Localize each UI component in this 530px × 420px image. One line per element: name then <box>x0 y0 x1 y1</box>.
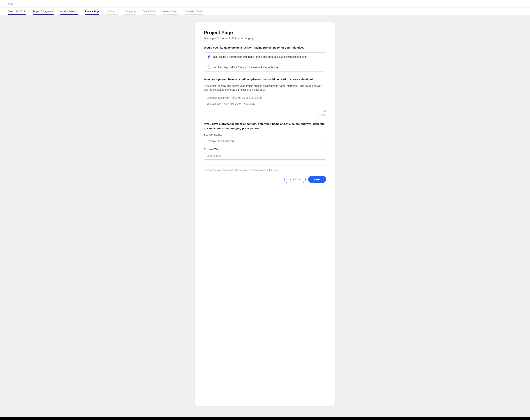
char-count: 0 / 1000 <box>204 113 326 116</box>
radio-yes-input[interactable] <box>207 55 210 58</box>
tab-line-project-background <box>33 14 54 15</box>
quit-label: Quit <box>8 2 14 5</box>
tab-project-page[interactable]: Project Page <box>82 8 103 15</box>
tab-label-project-background: Project Background <box>33 10 54 13</box>
back-arrow-icon: ← <box>4 2 7 5</box>
quit-button[interactable]: ← Quit <box>4 2 14 5</box>
black-bar <box>0 417 530 420</box>
tab-line-select-your-topic <box>8 14 26 15</box>
tab-label-select-your-topic: Select Your Topic <box>8 10 26 13</box>
tab-label-ideation-board: Ideation Board <box>163 10 178 13</box>
project-page-card: Project Page Building a Sustainable Futu… <box>195 22 335 406</box>
radio-no-text: No - this project doesn't require an inf… <box>213 66 280 69</box>
tab-qa-board[interactable]: Q & A Board <box>139 8 159 15</box>
card-actions: Previous Next <box>204 176 326 183</box>
card-header: Project Page Building a Sustainable Futu… <box>204 30 326 40</box>
main-content: Project Page Building a Sustainable Futu… <box>0 15 530 417</box>
card-subtitle: Building a Sustainable Future in Langley <box>204 37 326 40</box>
tab-activity-selection[interactable]: Activity Selection <box>57 8 82 15</box>
phases-textarea[interactable] <box>204 94 326 112</box>
tab-discussion-topic[interactable]: Discussion Topic <box>181 8 206 15</box>
radio-yes-text: Yes - set up a new project web page for … <box>213 55 307 58</box>
question2-section: Does your project have any defined phase… <box>204 77 326 116</box>
tab-label-qa-board: Q & A Board <box>143 10 156 13</box>
tab-project-background[interactable]: Project Background <box>29 8 57 15</box>
tabs-bar: Select Your Topic Project Background Act… <box>0 8 530 15</box>
radio-no-input[interactable] <box>207 66 210 69</box>
question2-label: Does your project have any defined phase… <box>204 77 326 82</box>
tab-label-discussion-topic: Discussion Topic <box>185 10 203 13</box>
radio-no-option[interactable]: No - this project doesn't require an inf… <box>204 63 326 71</box>
question3-section: If you have a project sponsor or contact… <box>204 122 326 160</box>
tab-line-discussion-topic <box>185 14 203 15</box>
tab-line-ideation-board <box>163 14 178 15</box>
radio-yes-option[interactable]: Yes - set up a new project web page for … <box>204 52 326 61</box>
tab-budgeting[interactable]: Budgeting <box>121 8 139 15</box>
tab-line-survey <box>106 14 118 15</box>
tab-label-activity-selection: Activity Selection <box>60 10 78 13</box>
tab-label-budgeting: Budgeting <box>125 10 136 13</box>
question2-subtext: If so, enter (or copy and paste) your pr… <box>204 84 326 92</box>
tab-line-activity-selection <box>60 14 78 15</box>
card-title: Project Page <box>204 30 326 35</box>
question1-label: Would you like us to create a resident-f… <box>204 46 326 50</box>
tab-select-your-topic[interactable]: Select Your Topic <box>4 8 29 15</box>
tab-line-qa-board <box>143 14 156 15</box>
tab-label-survey: Survey <box>108 10 116 13</box>
question3-label: If you have a project sponsor or contact… <box>204 122 326 130</box>
previous-button[interactable]: Previous <box>284 176 306 183</box>
sponsor-name-label: Sponsor Name: <box>204 133 326 136</box>
tab-line-project-page <box>85 14 99 15</box>
next-button[interactable]: Next <box>308 176 326 183</box>
sponsor-title-label: Sponsor Title: <box>204 148 326 151</box>
sponsor-title-input[interactable] <box>204 152 326 160</box>
tab-survey[interactable]: Survey <box>103 8 121 15</box>
question1-section: Would you like us to create a resident-f… <box>204 46 326 71</box>
footer-note: Don't worry, you can always add, remove,… <box>204 166 326 171</box>
tab-line-budgeting <box>124 14 136 15</box>
tab-label-project-page: Project Page <box>85 10 99 13</box>
top-bar: ← Quit <box>0 0 530 8</box>
sponsor-name-input[interactable] <box>204 137 326 145</box>
tab-ideation-board[interactable]: Ideation Board <box>159 8 182 15</box>
